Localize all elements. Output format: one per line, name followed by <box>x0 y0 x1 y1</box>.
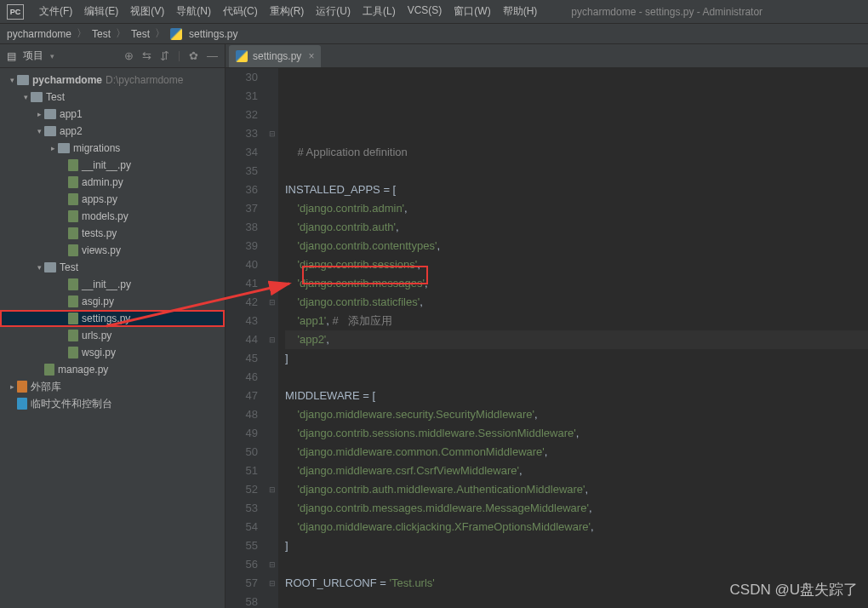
menu-item[interactable]: 工具(L) <box>357 3 401 20</box>
menu-item[interactable]: 编辑(E) <box>79 3 123 20</box>
python-file-icon <box>68 193 78 205</box>
package-icon <box>44 262 56 272</box>
highlight-box <box>302 266 428 284</box>
python-file-icon <box>68 313 78 324</box>
close-icon[interactable]: × <box>308 50 314 62</box>
app-logo: PC <box>7 4 24 20</box>
tree-scratch[interactable]: 临时文件和控制台 <box>0 395 225 412</box>
folder-icon <box>31 92 43 102</box>
tree-file[interactable]: apps.py <box>0 191 225 208</box>
tree-file[interactable]: __init__.py <box>0 157 225 174</box>
project-tab-icon: ▤ <box>7 50 16 62</box>
python-file-icon <box>68 159 78 171</box>
menu-item[interactable]: 导航(N) <box>171 3 216 20</box>
python-file-icon <box>68 244 78 256</box>
menu-item[interactable]: 重构(R) <box>265 3 310 20</box>
code-content[interactable]: # Application definition INSTALLED_APPS … <box>278 68 868 608</box>
line-gutter: 3031323334353637383940414243444546474849… <box>226 68 266 608</box>
tree-file[interactable]: views.py <box>0 242 225 259</box>
editor-area: settings.py × 30313233343536373839404142… <box>226 44 868 608</box>
collapse-icon[interactable]: ⇵ <box>160 49 169 62</box>
project-tree[interactable]: ▾ pycharmdome D:\pycharmdome ▾Test ▸app1… <box>0 68 225 608</box>
tree-root[interactable]: ▾ pycharmdome D:\pycharmdome <box>0 72 225 89</box>
python-file-icon <box>68 278 78 290</box>
tree-folder[interactable]: ▸migrations <box>0 140 225 157</box>
code-editor[interactable]: 3031323334353637383940414243444546474849… <box>226 68 868 608</box>
tree-file[interactable]: manage.py <box>0 361 225 378</box>
project-panel-title[interactable]: 项目 <box>23 49 43 63</box>
editor-tabs: settings.py × <box>226 44 868 68</box>
tree-folder[interactable]: ▾Test <box>0 89 225 106</box>
library-icon <box>17 381 27 393</box>
tree-ext-lib[interactable]: ▸外部库 <box>0 378 225 395</box>
python-file-icon <box>68 295 78 307</box>
tree-file[interactable]: settings.py <box>0 310 225 327</box>
scratch-icon <box>17 398 27 410</box>
python-file-icon <box>68 227 78 239</box>
menu-item[interactable]: 视图(V) <box>125 3 169 20</box>
tree-file[interactable]: wsgi.py <box>0 344 225 361</box>
tree-file[interactable]: __init__.py <box>0 276 225 293</box>
package-icon <box>44 126 56 136</box>
menu-item[interactable]: 窗口(W) <box>448 3 495 20</box>
python-file-icon <box>68 210 78 222</box>
tree-file[interactable]: asgi.py <box>0 293 225 310</box>
menu-item[interactable]: 运行(U) <box>311 3 356 20</box>
crumb-file[interactable]: settings.py <box>189 28 237 40</box>
expand-icon[interactable]: ⇆ <box>142 49 151 62</box>
watermark: CSDN @U盘失踪了 <box>730 580 858 599</box>
tree-file[interactable]: tests.py <box>0 225 225 242</box>
python-file-icon <box>68 330 78 341</box>
tree-file[interactable]: models.py <box>0 208 225 225</box>
menu-item[interactable]: VCS(S) <box>403 3 448 20</box>
hide-icon[interactable]: — <box>207 49 218 62</box>
gear-icon[interactable]: ✿ <box>189 49 198 62</box>
menu-item[interactable]: 帮助(H) <box>498 3 543 20</box>
tree-file[interactable]: admin.py <box>0 174 225 191</box>
project-sidebar: ▤ 项目 ▾ ⊕ ⇆ ⇵ | ✿ — ▾ pycharmdome D:\pych… <box>0 44 226 608</box>
project-panel-header: ▤ 项目 ▾ ⊕ ⇆ ⇵ | ✿ — <box>0 44 225 68</box>
package-icon <box>44 109 56 119</box>
crumb[interactable]: Test <box>131 28 150 40</box>
python-icon <box>236 50 248 62</box>
breadcrumb: pycharmdome〉 Test〉 Test〉 settings.py <box>0 24 868 44</box>
menu-bar: PC 文件(F)编辑(E)视图(V)导航(N)代码(C)重构(R)运行(U)工具… <box>0 0 868 24</box>
menu-item[interactable]: 文件(F) <box>34 3 77 20</box>
tree-file[interactable]: urls.py <box>0 327 225 344</box>
tab-label: settings.py <box>253 50 301 62</box>
crumb[interactable]: Test <box>92 28 111 40</box>
main-menu: 文件(F)编辑(E)视图(V)导航(N)代码(C)重构(R)运行(U)工具(L)… <box>34 3 542 20</box>
tree-folder[interactable]: ▾Test <box>0 259 225 276</box>
python-file-icon <box>68 176 78 188</box>
python-file-icon <box>44 364 54 376</box>
tree-folder[interactable]: ▾app2 <box>0 123 225 140</box>
crumb[interactable]: pycharmdome <box>7 28 71 40</box>
tab-settings[interactable]: settings.py × <box>229 45 321 67</box>
tree-folder[interactable]: ▸app1 <box>0 106 225 123</box>
window-title: pycharmdome - settings.py - Administrato… <box>571 6 762 18</box>
menu-item[interactable]: 代码(C) <box>218 3 263 20</box>
fold-column[interactable]: ⊟ ⊟ ⊟ ⊟ ⊟⊟ <box>266 68 278 608</box>
python-file-icon <box>68 347 78 358</box>
python-icon <box>170 28 182 40</box>
package-icon <box>58 143 70 153</box>
folder-icon <box>17 75 29 85</box>
locate-icon[interactable]: ⊕ <box>124 49 134 62</box>
